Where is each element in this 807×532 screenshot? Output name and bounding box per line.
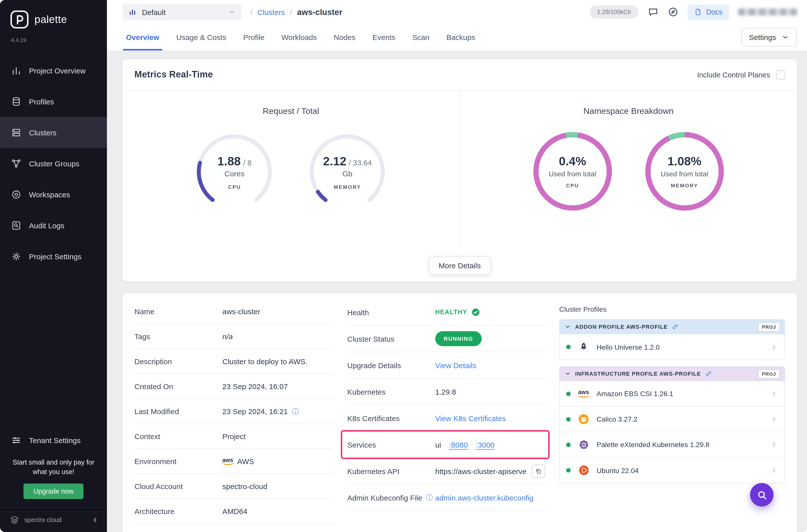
view-k8s-certificates-link[interactable]: View K8s Certificates: [435, 414, 506, 422]
sidebar-item-cluster-groups[interactable]: Cluster Groups: [0, 148, 107, 179]
copy-button[interactable]: [532, 464, 545, 478]
tab-scan[interactable]: Scan: [404, 24, 438, 51]
link-icon[interactable]: [705, 370, 712, 377]
sidebar-bottom: Tenant Settings Start small and only pay…: [0, 426, 107, 532]
memory-used-value: 2.12: [323, 154, 346, 168]
more-details-button[interactable]: More Details: [429, 256, 491, 274]
cpu-donut-caption: Used from total: [549, 170, 596, 178]
service-port-3000-link[interactable]: :3000: [476, 440, 494, 449]
memory-donut-value: 1.08%: [667, 154, 701, 168]
memory-donut: 1.08% Used from total MEMORY: [644, 130, 726, 212]
chevron-down-icon[interactable]: [564, 323, 571, 330]
info-icon[interactable]: ⓘ: [292, 408, 299, 415]
sidebar-item-label: Audit Logs: [29, 221, 64, 230]
sidebar-item-project-settings[interactable]: Project Settings: [0, 241, 107, 272]
row-label: Context: [134, 432, 222, 441]
kubeconfig-download-link[interactable]: admin.aws-cluster.kubeconfig: [435, 493, 534, 502]
health-status: HEALTHY: [435, 309, 467, 316]
breadcrumb-separator: /: [250, 8, 252, 16]
docs-button-label: Docs: [706, 8, 722, 16]
detail-row-kubernetes: Kubernetes 1.29.8: [347, 379, 546, 405]
tab-nodes[interactable]: Nodes: [325, 24, 364, 51]
row-label: Admin Kubeconfig File: [347, 493, 422, 502]
row-value: 23 Sep 2024, 16:21: [222, 407, 288, 416]
main-area: Default / Clusters / aws-cluster 1.29/10…: [107, 0, 807, 532]
breadcrumb-clusters-link[interactable]: Clusters: [257, 8, 285, 16]
row-value: 23 Sep 2024, 16:07: [222, 382, 288, 391]
upgrade-now-button[interactable]: Upgrade now: [23, 483, 84, 499]
collapse-sidebar-icon[interactable]: [91, 516, 99, 524]
row-label: K8s Certificates: [347, 414, 435, 422]
settings-button-label: Settings: [749, 33, 776, 41]
proj-badge: PROJ: [758, 322, 780, 331]
tab-overview[interactable]: Overview: [117, 24, 168, 51]
service-port-8080-link[interactable]: :8080: [449, 440, 468, 449]
page-content: Metrics Real-Time Include Control Planes…: [107, 51, 807, 532]
chevron-down-icon[interactable]: [564, 370, 571, 377]
metrics-footer: More Details: [123, 249, 797, 281]
row-label: Kubernetes: [347, 387, 435, 396]
metrics-title: Metrics Real-Time: [134, 70, 213, 80]
tab-workloads[interactable]: Workloads: [273, 24, 325, 51]
cpu-donut-value: 0.4%: [559, 154, 586, 168]
profile-item-amazon-ebs-csi[interactable]: aws Amazon EBS CSI 1.26.1: [560, 381, 785, 406]
settings-button[interactable]: Settings: [742, 28, 797, 46]
spectro-cloud-label: spectro cloud: [24, 516, 62, 523]
addon-profile-header[interactable]: ADDON PROFILE AWS-PROFILE PROJ: [559, 319, 785, 334]
detail-row-created-on: Created On 23 Sep 2024, 16:07: [134, 374, 334, 399]
profile-item-name: Palette eXtended Kubernetes 1.29.8: [597, 441, 709, 449]
sidebar-item-clusters[interactable]: Clusters: [0, 117, 107, 148]
document-icon: [694, 8, 702, 16]
search-icon: [756, 489, 768, 501]
chat-icon[interactable]: [648, 6, 659, 18]
project-selector[interactable]: Default: [123, 4, 241, 20]
tab-backups[interactable]: Backups: [438, 24, 484, 51]
profile-item-palette-extended-kubernetes[interactable]: Palette eXtended Kubernetes 1.29.8: [560, 432, 785, 458]
profile-item-name: Hello Universe 1.2.0: [597, 343, 660, 351]
view-details-link[interactable]: View Details: [435, 361, 476, 369]
chevron-right-icon: [770, 343, 778, 351]
tab-usage-costs[interactable]: Usage & Costs: [168, 24, 234, 51]
brand: palette: [0, 0, 107, 29]
memory-donut-text: 1.08% Used from total MEMORY: [644, 130, 726, 212]
sidebar-item-audit-logs[interactable]: Audit Logs: [0, 210, 107, 241]
row-label: Cloud Account: [134, 482, 222, 491]
info-icon[interactable]: ⓘ: [426, 494, 433, 501]
layers-icon: [11, 96, 21, 107]
sidebar-item-tenant-settings[interactable]: Tenant Settings: [0, 426, 107, 454]
docs-button[interactable]: Docs: [688, 4, 729, 20]
control-planes-checkbox[interactable]: [776, 70, 785, 79]
sidebar-item-project-overview[interactable]: Project Overview: [0, 55, 107, 86]
tab-events[interactable]: Events: [364, 24, 404, 51]
row-value: Cluster to deploy to AWS.: [222, 357, 307, 366]
row-label: Cluster Status: [347, 335, 435, 343]
detail-row-architecture: Architecture AMD64: [134, 499, 334, 524]
sidebar-item-label: Clusters: [29, 128, 56, 137]
profile-item-ubuntu[interactable]: Ubuntu 22.04: [560, 458, 785, 483]
chevron-down-icon: [781, 33, 789, 41]
detail-row-upgrade-details: Upgrade Details View Details: [347, 352, 546, 379]
breadcrumb: / Clusters / aws-cluster: [250, 7, 342, 17]
detail-row-name: Name aws-cluster: [134, 299, 334, 324]
cpu-donut-label: CPU: [566, 182, 579, 188]
sidebar-item-workspaces[interactable]: Workspaces: [0, 179, 107, 210]
compass-icon[interactable]: [668, 6, 679, 18]
profile-item-hello-universe[interactable]: Hello Universe 1.2.0: [560, 334, 785, 360]
profile-item-calico[interactable]: Calico 3.27.2: [560, 406, 785, 432]
project-selector-value: Default: [142, 8, 166, 16]
kubernetes-version: 1.29.8: [435, 387, 456, 396]
sidebar-item-profiles[interactable]: Profiles: [0, 86, 107, 117]
row-label: Services: [347, 440, 435, 449]
infrastructure-profile-header[interactable]: INFRASTRUCTURE PROFILE AWS-PROFILE PROJ: [559, 366, 785, 381]
project-chart-icon: [128, 7, 137, 17]
memory-unit: Gb: [342, 169, 352, 177]
cpu-total-value: / 8: [243, 158, 251, 167]
tab-profile[interactable]: Profile: [235, 24, 273, 51]
metrics-header: Metrics Real-Time Include Control Planes: [123, 59, 797, 90]
link-icon[interactable]: [672, 323, 679, 330]
search-fab-button[interactable]: [750, 483, 773, 507]
control-planes-label: Include Control Planes: [697, 71, 770, 79]
donuts-row: 0.4% Used from total CPU: [532, 130, 726, 212]
cpu-donut: 0.4% Used from total CPU: [532, 130, 614, 212]
status-dot-green: [566, 417, 571, 421]
